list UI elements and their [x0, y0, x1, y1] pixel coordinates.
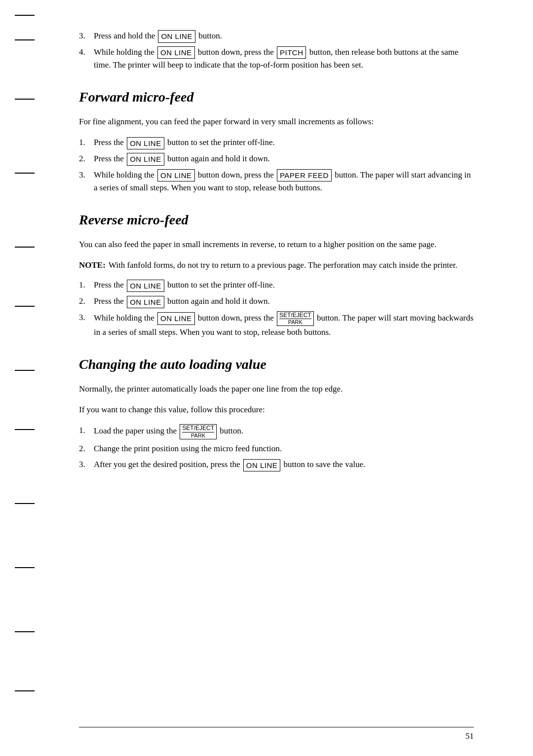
auto-loading-step-3: 3. After you get the desired position, p… — [79, 458, 474, 471]
forward-step-3: 3. While holding the ON LINE button down… — [79, 169, 474, 195]
step-text: Press the ON LINE button again and hold … — [94, 152, 474, 166]
rev-s1-before: Press the — [94, 280, 124, 289]
fwd-s1-before: Press the — [94, 138, 124, 147]
rev-s3-before: While holding the — [94, 313, 154, 323]
button-bottom-text: PARK — [279, 319, 311, 325]
step-text: Press the ON LINE button to set the prin… — [94, 279, 474, 292]
auto-loading-title: Changing the auto loading value — [79, 354, 474, 375]
reverse-step-1: 1. Press the ON LINE button to set the p… — [79, 279, 474, 292]
pitch-button-label: PITCH — [277, 46, 306, 59]
note-content: With fanfold forms, do not try to return… — [109, 259, 474, 272]
step4-text-before: While holding the — [94, 47, 154, 57]
intro-step-3: 3. Press and hold the ON LINE button. — [79, 30, 474, 43]
step-num: 3. — [79, 311, 94, 324]
online-button-label: ON LINE — [157, 312, 195, 324]
step-num: 3. — [79, 30, 94, 42]
al-s3-after: button to save the value. — [284, 460, 366, 469]
al-s3-before: After you get the desired position, pres… — [94, 460, 240, 469]
set-eject-park-button-label: SET/EJECT PARK — [277, 311, 314, 326]
button-top-text: SET/EJECT — [182, 425, 214, 432]
margin-marks — [10, 0, 39, 756]
step-num: 4. — [79, 46, 94, 59]
online-button-label: ON LINE — [127, 296, 164, 308]
content: 3. Press and hold the ON LINE button. 4.… — [79, 30, 474, 471]
page-footer: 51 — [0, 727, 533, 741]
rev-s2-after: button again and hold it down. — [167, 296, 270, 306]
auto-loading-step-2: 2. Change the print position using the m… — [79, 442, 474, 455]
step4-text-mid: button down, press the — [198, 47, 274, 57]
step-num: 1. — [79, 279, 94, 291]
rev-s1-after: button to set the printer off-line. — [167, 280, 275, 289]
page: 3. Press and hold the ON LINE button. 4.… — [0, 0, 533, 756]
step-num: 3. — [79, 458, 94, 471]
al-s1-before: Load the paper using the — [94, 427, 177, 436]
online-button-label: ON LINE — [127, 153, 164, 165]
auto-loading-steps-list: 1. Load the paper using the SET/EJECT PA… — [79, 424, 474, 471]
reverse-step-3: 3. While holding the ON LINE button down… — [79, 311, 474, 339]
rev-s3-mid: button down, press the — [198, 313, 274, 323]
reverse-micro-feed-intro: You can also feed the paper in small inc… — [79, 238, 474, 251]
auto-loading-intro1: Normally, the printer automatically load… — [79, 383, 474, 396]
auto-loading-step-1: 1. Load the paper using the SET/EJECT PA… — [79, 424, 474, 439]
fwd-s1-after: button to set the printer off-line. — [167, 138, 275, 147]
step-text: Press and hold the ON LINE button. — [94, 30, 474, 43]
reverse-step-2: 2. Press the ON LINE button again and ho… — [79, 295, 474, 308]
step-num: 2. — [79, 152, 94, 165]
fwd-s3-before: While holding the — [94, 170, 154, 180]
rev-s2-before: Press the — [94, 296, 124, 306]
reverse-micro-feed-section: Reverse micro-feed You can also feed the… — [79, 210, 474, 339]
button-bottom-text: PARK — [182, 432, 214, 439]
reverse-micro-feed-title: Reverse micro-feed — [79, 210, 474, 230]
fwd-s3-mid: button down, press the — [198, 170, 274, 180]
fwd-s2-before: Press the — [94, 154, 124, 163]
intro-step-4: 4. While holding the ON LINE button down… — [79, 46, 474, 72]
step3-text-after: button. — [198, 31, 222, 40]
online-button-label: ON LINE — [157, 46, 195, 59]
online-button-label: ON LINE — [158, 30, 195, 42]
step-text: While holding the ON LINE button down, p… — [94, 46, 474, 72]
auto-loading-section: Changing the auto loading value Normally… — [79, 354, 474, 471]
step-text: Press the ON LINE button to set the prin… — [94, 136, 474, 149]
page-number: 51 — [465, 731, 474, 741]
step-num: 2. — [79, 295, 94, 308]
auto-loading-intro2: If you want to change this value, follow… — [79, 403, 474, 416]
step-text: Press the ON LINE button again and hold … — [94, 295, 474, 308]
forward-micro-feed-section: Forward micro-feed For fine alignment, y… — [79, 87, 474, 195]
forward-step-1: 1. Press the ON LINE button to set the p… — [79, 136, 474, 149]
forward-micro-feed-title: Forward micro-feed — [79, 87, 474, 108]
step-text: While holding the ON LINE button down, p… — [94, 311, 474, 339]
note-label: NOTE: — [79, 259, 109, 272]
reverse-steps-list: 1. Press the ON LINE button to set the p… — [79, 279, 474, 339]
step-num: 1. — [79, 136, 94, 149]
set-eject-park-button-label: SET/EJECT PARK — [180, 424, 217, 439]
al-s1-after: button. — [220, 427, 243, 436]
forward-micro-feed-intro: For fine alignment, you can feed the pap… — [79, 115, 474, 128]
online-button-label: ON LINE — [157, 169, 195, 181]
online-button-label: ON LINE — [127, 137, 164, 149]
forward-step-2: 2. Press the ON LINE button again and ho… — [79, 152, 474, 166]
step-text: Change the print position using the micr… — [94, 442, 474, 455]
note-block: NOTE: With fanfold forms, do not try to … — [79, 259, 474, 272]
button-top-text: SET/EJECT — [279, 312, 311, 319]
al-s2-text: Change the print position using the micr… — [94, 444, 282, 453]
step3-text-before: Press and hold the — [94, 31, 155, 40]
step-text: Load the paper using the SET/EJECT PARK … — [94, 424, 474, 439]
step-text: While holding the ON LINE button down, p… — [94, 169, 474, 195]
online-button-label: ON LINE — [127, 280, 164, 292]
online-button-label: ON LINE — [243, 459, 281, 471]
paper-feed-button-label: PAPER FEED — [277, 169, 332, 181]
forward-steps-list: 1. Press the ON LINE button to set the p… — [79, 136, 474, 195]
step-num: 3. — [79, 169, 94, 181]
fwd-s2-after: button again and hold it down. — [167, 154, 270, 163]
step-num: 2. — [79, 442, 94, 455]
step-text: After you get the desired position, pres… — [94, 458, 474, 471]
intro-steps: 3. Press and hold the ON LINE button. 4.… — [79, 30, 474, 72]
step-num: 1. — [79, 424, 94, 437]
